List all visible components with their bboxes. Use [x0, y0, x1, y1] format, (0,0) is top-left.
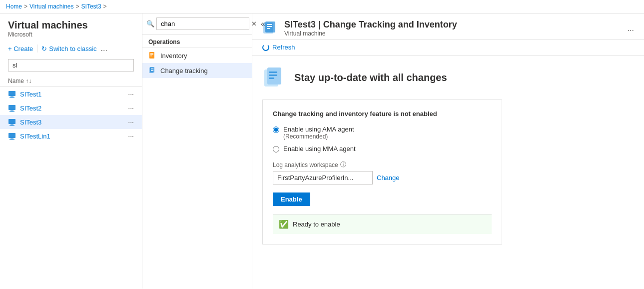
vm-name: SITestLin1 [20, 132, 50, 140]
refresh-button[interactable]: Refresh [262, 44, 295, 51]
mid-search-input[interactable] [156, 18, 249, 30]
radio-ama-sublabel: (Recommended) [283, 133, 354, 140]
svg-rect-27 [269, 72, 277, 73]
vm-list: SITest1 ··· SITest2 ··· [0, 87, 142, 288]
switch-label: Switch to classic [49, 45, 96, 52]
hero-icon [262, 66, 286, 90]
sidebar-item-inventory[interactable]: Inventory [142, 48, 252, 63]
hero-title: Stay up-to-date with all changes [294, 72, 447, 84]
svg-rect-18 [151, 68, 153, 70]
vm-name: SITest1 [20, 90, 41, 98]
vm-icon [8, 90, 16, 98]
sidebar-item-label: Change tracking [160, 67, 208, 74]
right-panel-title: SITest3 | Change Tracking and Inventory [284, 20, 622, 30]
feature-card: Change tracking and inventory feature is… [262, 100, 502, 244]
svg-rect-6 [8, 119, 15, 124]
operations-section-title: Operations [142, 34, 252, 48]
sidebar-item-label: Inventory [160, 52, 187, 60]
create-button[interactable]: + Create [8, 45, 33, 52]
breadcrumb: Home > Virtual machines > SITest3 > [0, 0, 644, 14]
switch-icon: ↻ [41, 45, 47, 52]
filter-input[interactable] [8, 59, 134, 72]
svg-rect-17 [150, 67, 154, 72]
radio-mma-input[interactable] [273, 146, 279, 152]
filter-row [0, 57, 142, 76]
radio-ama-input[interactable] [273, 126, 279, 133]
right-title-area: SITest3 | Change Tracking and Inventory … [284, 20, 622, 37]
breadcrumb-home[interactable]: Home [6, 3, 22, 10]
svg-rect-7 [10, 124, 13, 126]
vm-more-button[interactable]: ··· [128, 132, 134, 140]
resource-icon [262, 20, 278, 36]
svg-rect-10 [10, 138, 13, 140]
svg-rect-1 [10, 96, 13, 98]
search-icon: 🔍 [146, 20, 154, 28]
enable-button[interactable]: Enable [273, 192, 310, 206]
svg-rect-4 [10, 110, 13, 112]
breadcrumb-current[interactable]: SITest3 [81, 3, 101, 10]
left-toolbar: + Create ↻ Switch to classic ... [0, 40, 142, 57]
svg-rect-13 [150, 53, 153, 54]
svg-rect-15 [150, 56, 152, 56]
right-header: SITest3 | Change Tracking and Inventory … [252, 14, 644, 40]
page-subtitle: Microsoft [8, 31, 134, 38]
left-header: Virtual machines Microsoft [0, 14, 142, 40]
left-more-button[interactable]: ... [101, 44, 107, 53]
status-icon: ✅ [279, 220, 289, 229]
change-workspace-button[interactable]: Change [377, 174, 400, 182]
status-bar: ✅ Ready to enable [273, 214, 492, 234]
toolbar-divider [37, 44, 37, 52]
svg-rect-29 [269, 78, 274, 79]
right-content: Stay up-to-date with all changes Change … [252, 56, 644, 288]
page-title: Virtual machines [8, 20, 134, 31]
svg-rect-3 [8, 105, 15, 110]
svg-rect-0 [8, 91, 15, 96]
workspace-row: Change [273, 171, 492, 184]
resource-more-button[interactable]: ... [628, 24, 634, 33]
refresh-label: Refresh [272, 44, 295, 51]
left-panel: Virtual machines Microsoft + Create ↻ Sw… [0, 14, 142, 288]
name-column-header[interactable]: Name ↑↓ [8, 78, 31, 84]
feature-card-title: Change tracking and inventory feature is… [273, 110, 492, 118]
radio-mma[interactable]: Enable using MMA agent [273, 145, 492, 152]
vm-item-sitest3[interactable]: SITest3 ··· [0, 115, 142, 129]
status-text: Ready to enable [293, 220, 340, 228]
mid-search-area: 🔍 ✕ « [142, 14, 252, 34]
breadcrumb-vms[interactable]: Virtual machines [29, 3, 74, 10]
vm-item-sitest1[interactable]: SITest1 ··· [0, 87, 142, 101]
svg-rect-12 [149, 52, 154, 58]
workspace-input[interactable] [273, 171, 373, 184]
svg-rect-28 [269, 74, 277, 76]
vm-name: SITest2 [20, 104, 41, 112]
right-panel: SITest3 | Change Tracking and Inventory … [252, 14, 644, 288]
radio-mma-label: Enable using MMA agent [283, 145, 356, 152]
info-icon: ⓘ [340, 160, 346, 169]
vm-icon [8, 104, 16, 112]
radio-group: Enable using AMA agent (Recommended) Ena… [273, 126, 492, 152]
refresh-icon [262, 44, 269, 51]
vm-more-button[interactable]: ··· [128, 118, 134, 126]
vm-icon [8, 132, 16, 140]
switch-classic-button[interactable]: ↻ Switch to classic [41, 45, 96, 52]
vm-icon [8, 118, 16, 126]
right-panel-subtitle: Virtual machine [284, 30, 622, 37]
svg-rect-2 [9, 98, 14, 98]
vm-item-sitestlin1[interactable]: SITestLin1 ··· [0, 129, 142, 143]
hero-section: Stay up-to-date with all changes [262, 66, 634, 90]
svg-rect-14 [150, 54, 153, 56]
vm-more-button[interactable]: ··· [128, 90, 134, 98]
mid-panel: 🔍 ✕ « Operations Inventory [142, 14, 252, 288]
radio-ama-label: Enable using AMA agent [283, 126, 354, 133]
svg-rect-5 [9, 112, 14, 112]
workspace-label: Log analytics workspace ⓘ [273, 160, 492, 169]
svg-rect-11 [9, 140, 14, 140]
inventory-icon [148, 52, 156, 60]
svg-rect-9 [8, 133, 15, 138]
vm-more-button[interactable]: ··· [128, 104, 134, 112]
svg-rect-22 [267, 24, 272, 25]
sidebar-item-change-tracking[interactable]: Change tracking [142, 63, 252, 78]
vm-item-sitest2[interactable]: SITest2 ··· [0, 101, 142, 115]
svg-rect-23 [267, 26, 272, 27]
right-toolbar: Refresh [252, 40, 644, 56]
radio-ama[interactable]: Enable using AMA agent (Recommended) [273, 126, 492, 140]
